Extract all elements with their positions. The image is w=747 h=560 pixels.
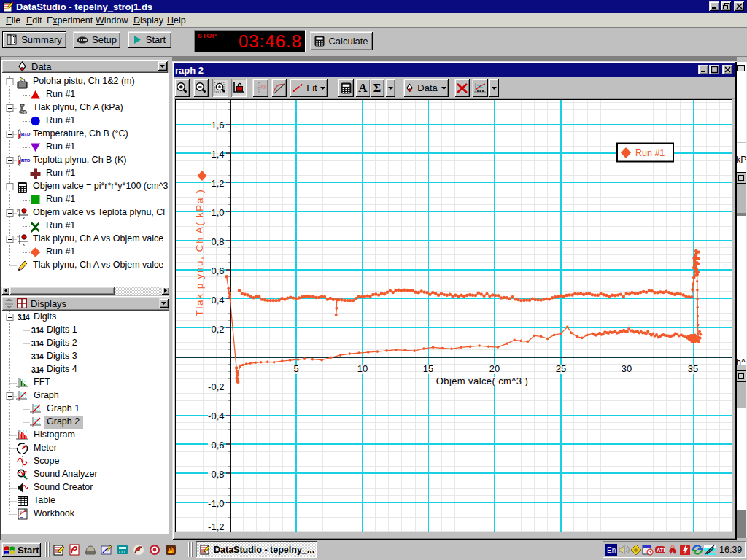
svg-text:Run #1: Run #1 [635,148,665,158]
svg-text:20: 20 [489,363,500,374]
svg-text:35: 35 [688,363,698,374]
svg-text:x: x [23,216,25,220]
svg-text:5: 5 [293,363,298,374]
svg-text:-1,2: -1,2 [208,521,224,532]
svg-text:0,8: 0,8 [211,236,224,247]
svg-text:30: 30 [622,363,632,374]
svg-text:0,4: 0,4 [211,295,224,306]
svg-text:-0,2: -0,2 [208,381,224,392]
svg-text:-0,4: -0,4 [208,411,224,421]
svg-text:y: y [17,234,19,238]
svg-text:3.14: 3.14 [18,314,30,322]
svg-text:25: 25 [556,363,566,374]
svg-text:3.14: 3.14 [31,353,44,361]
svg-text:1,6: 1,6 [211,120,224,131]
svg-text:-1,0: -1,0 [208,498,224,509]
svg-text:-0,6: -0,6 [208,440,224,451]
svg-text:En: En [607,546,616,554]
svg-text:0,6: 0,6 [211,265,224,276]
svg-text:-0,8: -0,8 [208,469,224,480]
svg-text:15: 15 [423,363,433,374]
svg-text:1,2: 1,2 [211,178,224,189]
svg-text:Tlak plynu, Ch A( kPa ): Tlak plynu, Ch A( kPa ) [194,189,205,316]
svg-text:3.14: 3.14 [31,340,44,348]
svg-text:3.14: 3.14 [31,327,44,335]
svg-text:RTD: RTD [21,158,31,163]
svg-text:y: y [17,208,19,212]
svg-text:1,4: 1,4 [211,149,224,160]
svg-text:10: 10 [357,363,368,374]
svg-text:x: x [23,242,25,246]
svg-text:0,2: 0,2 [211,324,224,335]
svg-text:3.14: 3.14 [31,366,44,374]
svg-text:xy: xy [260,83,266,89]
svg-text:1,0: 1,0 [211,207,224,218]
svg-text:ATI: ATI [657,547,665,553]
svg-text:Objem valce( cm^3 ): Objem valce( cm^3 ) [436,376,528,386]
svg-text:RTD: RTD [21,132,31,136]
